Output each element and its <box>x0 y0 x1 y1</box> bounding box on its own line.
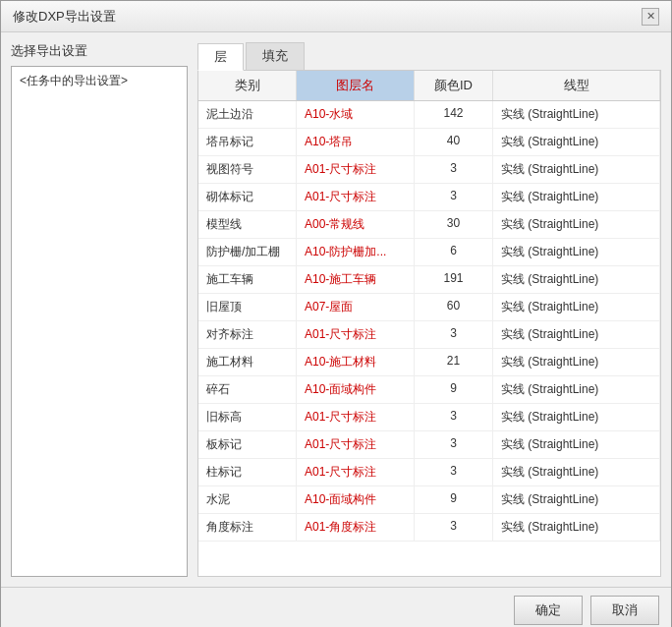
cell-layer: A10-面域构件 <box>297 486 415 513</box>
table-row[interactable]: 碎石A10-面域构件9实线 (StraightLine) <box>198 376 660 404</box>
title-bar: 修改DXP导出设置 ✕ <box>1 1 671 32</box>
cell-linetype: 实线 (StraightLine) <box>493 431 660 458</box>
cell-color: 40 <box>415 129 493 155</box>
cell-color: 21 <box>415 349 493 375</box>
cell-linetype: 实线 (StraightLine) <box>493 184 660 210</box>
cell-category: 泥土边沿 <box>198 101 297 128</box>
export-list[interactable]: <任务中的导出设置> <box>11 66 188 577</box>
table-row[interactable]: 砌体标记A01-尺寸标注3实线 (StraightLine) <box>198 184 660 211</box>
cell-linetype: 实线 (StraightLine) <box>493 349 660 375</box>
cell-layer: A01-角度标注 <box>297 514 415 541</box>
cell-layer: A07-屋面 <box>297 294 415 320</box>
cell-category: 视图符号 <box>198 156 297 183</box>
cell-color: 30 <box>415 211 493 238</box>
cell-category: 防护栅/加工棚 <box>198 239 297 265</box>
right-panel: 层 填充 类别 图层名 颜色ID 线型 泥土边沿A10-水域142实线 (Str… <box>197 42 661 577</box>
cell-layer: A01-尺寸标注 <box>297 404 415 430</box>
table-scroll[interactable]: 泥土边沿A10-水域142实线 (StraightLine)塔吊标记A10-塔吊… <box>198 101 660 576</box>
cell-layer: A10-塔吊 <box>297 129 415 155</box>
cell-color: 3 <box>415 404 493 430</box>
table-row[interactable]: 对齐标注A01-尺寸标注3实线 (StraightLine) <box>198 321 660 349</box>
table-row[interactable]: 施工材料A10-施工材料21实线 (StraightLine) <box>198 349 660 376</box>
cell-category: 塔吊标记 <box>198 129 297 155</box>
table-header: 类别 图层名 颜色ID 线型 <box>198 71 660 101</box>
header-category: 类别 <box>198 71 297 100</box>
header-color: 颜色ID <box>415 71 493 100</box>
cell-category: 碎石 <box>198 376 297 403</box>
cell-layer: A00-常规线 <box>297 211 415 238</box>
table-row[interactable]: 视图符号A01-尺寸标注3实线 (StraightLine) <box>198 156 660 184</box>
dialog-body: 选择导出设置 <任务中的导出设置> 层 填充 类别 图层名 颜色ID 线型 泥土… <box>1 32 671 587</box>
table-row[interactable]: 模型线A00-常规线30实线 (StraightLine) <box>198 211 660 239</box>
table-container: 类别 图层名 颜色ID 线型 泥土边沿A10-水域142实线 (Straight… <box>197 71 661 577</box>
cell-category: 施工车辆 <box>198 266 297 293</box>
cell-linetype: 实线 (StraightLine) <box>493 514 660 541</box>
cell-category: 砌体标记 <box>198 184 297 210</box>
export-list-item[interactable]: <任务中的导出设置> <box>16 71 183 91</box>
cell-category: 旧屋顶 <box>198 294 297 320</box>
cell-linetype: 实线 (StraightLine) <box>493 239 660 265</box>
cell-category: 旧标高 <box>198 404 297 430</box>
dialog: 修改DXP导出设置 ✕ 选择导出设置 <任务中的导出设置> 层 填充 类别 图层… <box>0 0 672 627</box>
table-row[interactable]: 泥土边沿A10-水域142实线 (StraightLine) <box>198 101 660 129</box>
tab-layers[interactable]: 层 <box>197 43 244 71</box>
cancel-button[interactable]: 取消 <box>590 596 659 625</box>
cell-layer: A01-尺寸标注 <box>297 156 415 183</box>
tab-fill[interactable]: 填充 <box>246 42 305 70</box>
close-button[interactable]: ✕ <box>642 8 659 26</box>
table-row[interactable]: 旧标高A01-尺寸标注3实线 (StraightLine) <box>198 404 660 431</box>
table-row[interactable]: 角度标注A01-角度标注3实线 (StraightLine) <box>198 514 660 542</box>
cell-layer: A10-施工车辆 <box>297 266 415 293</box>
cell-color: 9 <box>415 376 493 403</box>
cell-layer: A01-尺寸标注 <box>297 431 415 458</box>
cell-layer: A10-水域 <box>297 101 415 128</box>
cell-linetype: 实线 (StraightLine) <box>493 156 660 183</box>
header-layer: 图层名 <box>297 71 415 100</box>
cell-category: 模型线 <box>198 211 297 238</box>
cell-category: 水泥 <box>198 486 297 513</box>
cell-layer: A10-面域构件 <box>297 376 415 403</box>
table-row[interactable]: 水泥A10-面域构件9实线 (StraightLine) <box>198 486 660 514</box>
cell-linetype: 实线 (StraightLine) <box>493 211 660 238</box>
cell-layer: A01-尺寸标注 <box>297 459 415 485</box>
cell-color: 3 <box>415 459 493 485</box>
cell-color: 9 <box>415 486 493 513</box>
dialog-footer: 确定 取消 <box>1 587 671 627</box>
cell-linetype: 实线 (StraightLine) <box>493 376 660 403</box>
cell-linetype: 实线 (StraightLine) <box>493 321 660 348</box>
cell-linetype: 实线 (StraightLine) <box>493 294 660 320</box>
left-panel-label: 选择导出设置 <box>11 42 188 60</box>
table-row[interactable]: 旧屋顶A07-屋面60实线 (StraightLine) <box>198 294 660 321</box>
cell-category: 对齐标注 <box>198 321 297 348</box>
cell-linetype: 实线 (StraightLine) <box>493 266 660 293</box>
cell-color: 191 <box>415 266 493 293</box>
cell-linetype: 实线 (StraightLine) <box>493 459 660 485</box>
table-row[interactable]: 柱标记A01-尺寸标注3实线 (StraightLine) <box>198 459 660 486</box>
cell-layer: A10-防护栅加... <box>297 239 415 265</box>
cell-category: 板标记 <box>198 431 297 458</box>
cell-category: 柱标记 <box>198 459 297 485</box>
cell-color: 3 <box>415 156 493 183</box>
table-row[interactable]: 防护栅/加工棚A10-防护栅加...6实线 (StraightLine) <box>198 239 660 266</box>
left-panel: 选择导出设置 <任务中的导出设置> <box>11 42 188 577</box>
cell-color: 6 <box>415 239 493 265</box>
cell-category: 角度标注 <box>198 514 297 541</box>
cell-color: 142 <box>415 101 493 128</box>
cell-linetype: 实线 (StraightLine) <box>493 404 660 430</box>
table-row[interactable]: 板标记A01-尺寸标注3实线 (StraightLine) <box>198 431 660 459</box>
cell-linetype: 实线 (StraightLine) <box>493 129 660 155</box>
cell-category: 施工材料 <box>198 349 297 375</box>
cell-linetype: 实线 (StraightLine) <box>493 101 660 128</box>
table-row[interactable]: 塔吊标记A10-塔吊40实线 (StraightLine) <box>198 129 660 156</box>
ok-button[interactable]: 确定 <box>514 596 583 625</box>
cell-color: 3 <box>415 431 493 458</box>
header-linetype: 线型 <box>493 71 660 100</box>
cell-color: 3 <box>415 184 493 210</box>
cell-linetype: 实线 (StraightLine) <box>493 486 660 513</box>
cell-color: 60 <box>415 294 493 320</box>
cell-color: 3 <box>415 321 493 348</box>
cell-layer: A01-尺寸标注 <box>297 184 415 210</box>
cell-layer: A01-尺寸标注 <box>297 321 415 348</box>
table-row[interactable]: 施工车辆A10-施工车辆191实线 (StraightLine) <box>198 266 660 294</box>
dialog-title: 修改DXP导出设置 <box>13 8 116 26</box>
